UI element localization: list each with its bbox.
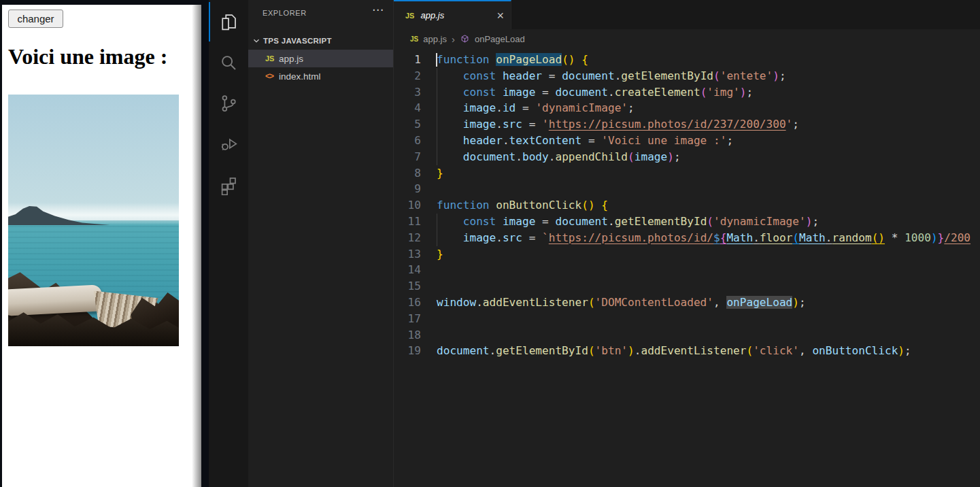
code-token: . bbox=[503, 134, 509, 147]
window-edge-shadow bbox=[192, 5, 201, 487]
code-token: 'btn' bbox=[595, 344, 628, 357]
code-token: () bbox=[581, 199, 594, 212]
files-icon bbox=[218, 12, 239, 32]
code-area[interactable]: 1function onPageLoad() {2 const header =… bbox=[394, 48, 980, 359]
code-token: { bbox=[720, 231, 727, 244]
code-token: ' bbox=[542, 118, 549, 131]
breadcrumb-file[interactable]: app.js bbox=[423, 34, 447, 44]
search-icon bbox=[218, 52, 239, 73]
code-token: Math bbox=[726, 231, 753, 244]
code-line[interactable]: 15 bbox=[394, 278, 980, 295]
activity-run-debug[interactable] bbox=[209, 128, 248, 161]
code-token: const bbox=[463, 215, 496, 228]
code-line[interactable]: 16window.addEventListener('DOMContentLoa… bbox=[394, 295, 980, 311]
line-number: 16 bbox=[394, 295, 421, 311]
code-token: 'click' bbox=[753, 344, 799, 357]
code-token: image bbox=[635, 150, 667, 163]
code-token: 'DOMContentLoaded' bbox=[595, 296, 713, 309]
code-token: const bbox=[463, 86, 496, 99]
code-token: . bbox=[615, 69, 622, 82]
code-token: ) bbox=[898, 344, 905, 357]
code-text: image.src = `https://picsum.photos/id/${… bbox=[421, 230, 980, 246]
file-row-appjs[interactable]: JS app.js bbox=[248, 50, 393, 67]
activity-source-control[interactable] bbox=[209, 87, 248, 120]
code-line[interactable]: 7 document.body.appendChild(image); bbox=[394, 149, 980, 165]
code-line[interactable]: 14 bbox=[394, 262, 980, 278]
code-line[interactable]: 13} bbox=[394, 246, 980, 263]
file-row-indexhtml[interactable]: <> index.html bbox=[248, 67, 393, 85]
code-line[interactable]: 5 image.src = 'https://picsum.photos/id/… bbox=[394, 116, 980, 133]
code-token: ; bbox=[812, 215, 819, 228]
code-text: document.getElementById('btn').addEventL… bbox=[421, 343, 980, 359]
code-token: 'img' bbox=[707, 86, 739, 99]
code-token bbox=[575, 53, 582, 66]
code-line[interactable]: 3 const image = document.createElement('… bbox=[394, 84, 980, 101]
code-line[interactable]: 19document.getElementById('btn').addEven… bbox=[394, 343, 980, 359]
code-token: ) bbox=[931, 231, 938, 244]
code-line[interactable]: 8} bbox=[394, 165, 980, 182]
code-token: 'entete' bbox=[720, 69, 773, 82]
code-text bbox=[421, 278, 980, 295]
more-actions-icon[interactable]: ⋯ bbox=[372, 3, 384, 17]
activity-extensions[interactable] bbox=[209, 169, 248, 201]
code-token: onButtonClick bbox=[812, 344, 898, 357]
code-line[interactable]: 9 bbox=[394, 181, 980, 197]
code-token: { bbox=[601, 199, 608, 212]
changer-button[interactable]: changer bbox=[8, 10, 63, 28]
code-token: getElementById bbox=[615, 215, 707, 228]
source-control-icon bbox=[218, 93, 239, 114]
active-item-indicator bbox=[209, 2, 210, 41]
code-token: 1000 bbox=[905, 231, 931, 244]
code-token: ) bbox=[806, 215, 813, 228]
code-line[interactable]: 6 header.textContent = 'Voici une image … bbox=[394, 133, 980, 149]
code-line[interactable]: 12 image.src = `https://picsum.photos/id… bbox=[394, 230, 980, 246]
code-token bbox=[437, 118, 463, 131]
code-line[interactable]: 10function onButtonClick() { bbox=[394, 197, 980, 214]
indent-guide bbox=[437, 149, 437, 165]
code-token bbox=[595, 199, 602, 212]
code-line[interactable]: 17 bbox=[394, 311, 980, 327]
code-token: . bbox=[496, 231, 503, 244]
folder-tps-javascript[interactable]: TPS JAVASCRIPT bbox=[248, 32, 393, 50]
line-number: 4 bbox=[394, 100, 421, 116]
code-token: ; bbox=[674, 150, 681, 163]
code-line[interactable]: 18 bbox=[394, 327, 980, 343]
code-token: addEventListener bbox=[483, 296, 588, 309]
code-token: . bbox=[608, 86, 615, 99]
activity-explorer[interactable] bbox=[209, 5, 248, 38]
line-number: 1 bbox=[394, 52, 421, 68]
code-line[interactable]: 2 const header = document.getElementById… bbox=[394, 68, 980, 84]
code-token: 'dynamicImage' bbox=[535, 101, 628, 114]
line-number: 5 bbox=[394, 116, 421, 133]
code-token: function bbox=[437, 199, 490, 212]
code-text: function onButtonClick() { bbox=[421, 197, 980, 214]
code-token: ` bbox=[542, 231, 549, 244]
code-token: onButtonClick bbox=[496, 199, 581, 212]
code-line[interactable]: 4 image.id = 'dynamicImage'; bbox=[394, 100, 980, 116]
code-token: * bbox=[885, 231, 905, 244]
code-token: () bbox=[562, 53, 575, 66]
code-line[interactable]: 1function onPageLoad() { bbox=[394, 52, 980, 68]
explorer-title: EXPLORER bbox=[263, 9, 307, 17]
code-token: = bbox=[535, 215, 555, 228]
tab-appjs[interactable]: JS app.js × bbox=[394, 0, 511, 29]
activity-search[interactable] bbox=[209, 46, 248, 79]
code-token: https://picsum.photos/id/237/200/300 bbox=[549, 118, 786, 131]
web-page: changer Voici une image : bbox=[2, 5, 201, 487]
code-line[interactable]: 11 const image = document.getElementById… bbox=[394, 214, 980, 230]
indent-guide bbox=[437, 214, 437, 230]
line-number: 17 bbox=[394, 311, 421, 327]
dynamic-image bbox=[8, 95, 179, 346]
code-token: getElementById bbox=[496, 344, 588, 357]
breadcrumb-symbol[interactable]: onPageLoad bbox=[475, 34, 525, 44]
explorer-header: EXPLORER ⋯ bbox=[248, 0, 393, 26]
line-number: 14 bbox=[394, 262, 421, 278]
code-token: $ bbox=[713, 231, 720, 244]
code-text: document.body.appendChild(image); bbox=[421, 149, 980, 165]
chevron-right-icon: › bbox=[452, 33, 455, 45]
line-number: 11 bbox=[394, 214, 421, 230]
close-icon[interactable]: × bbox=[496, 10, 504, 22]
indent-guide bbox=[437, 68, 437, 84]
line-number: 7 bbox=[394, 149, 421, 165]
code-token: . bbox=[753, 231, 760, 244]
